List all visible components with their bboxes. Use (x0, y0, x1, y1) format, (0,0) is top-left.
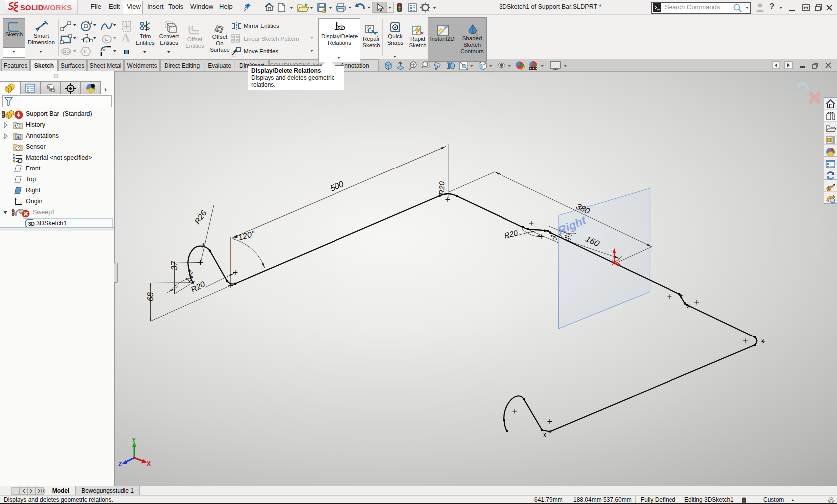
svg-text:68: 68 (146, 292, 155, 301)
svg-text:3D: 3D (28, 221, 35, 227)
svg-text:R20: R20 (437, 181, 446, 195)
svg-text:120°: 120° (237, 229, 256, 242)
svg-text:!: ! (325, 9, 326, 13)
svg-text:R26: R26 (193, 209, 208, 226)
svg-text:R20: R20 (503, 228, 519, 240)
svg-text:Y: Y (132, 437, 136, 444)
svg-text:WORKS: WORKS (43, 3, 72, 11)
svg-text:37: 37 (170, 261, 179, 270)
svg-text:X: X (147, 460, 151, 467)
svg-text:SOLID: SOLID (20, 3, 44, 11)
svg-text:500: 500 (329, 179, 345, 193)
svg-text:A: A (16, 135, 20, 140)
svg-text:Z: Z (118, 461, 122, 468)
